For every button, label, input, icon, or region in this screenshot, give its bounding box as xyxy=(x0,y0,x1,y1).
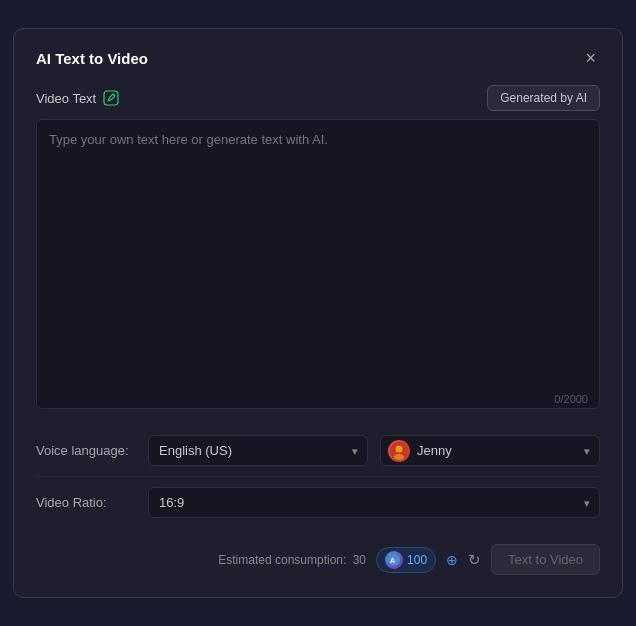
title-bar-left: AI Text to Video xyxy=(36,50,148,67)
video-ratio-select[interactable]: 16:9 9:16 1:1 4:3 xyxy=(148,487,600,518)
voice-name-select[interactable]: Jenny Aria Guy Emma xyxy=(380,435,600,466)
video-ratio-select-wrapper: 16:9 9:16 1:1 4:3 ▾ xyxy=(148,487,600,518)
svg-rect-0 xyxy=(104,91,118,105)
ai-credits-value: 100 xyxy=(407,553,427,567)
video-ratio-row: Video Ratio: 16:9 9:16 1:1 4:3 ▾ xyxy=(36,477,600,528)
video-text-header: Video Text Generated by AI xyxy=(36,85,600,111)
close-button[interactable]: × xyxy=(581,47,600,69)
title-bar: AI Text to Video × xyxy=(36,47,600,69)
settings-section: Voice language: English (US) English (UK… xyxy=(36,425,600,528)
add-credits-icon[interactable]: ⊕ xyxy=(446,552,458,568)
char-count: 0/2000 xyxy=(554,393,588,405)
voice-name-wrapper: Jenny Aria Guy Emma ▾ xyxy=(380,435,600,466)
dialog-title: AI Text to Video xyxy=(36,50,148,67)
ai-text-to-video-dialog: AI Text to Video × Video Text Generated … xyxy=(13,28,623,598)
voice-language-select[interactable]: English (US) English (UK) Spanish French… xyxy=(148,435,368,466)
voice-language-row: Voice language: English (US) English (UK… xyxy=(36,425,600,477)
section-header-left: Video Text xyxy=(36,90,119,106)
footer: Estimated consumption: 30 A 100 ⊕ xyxy=(36,544,600,575)
video-ratio-label: Video Ratio: xyxy=(36,495,136,510)
video-text-input[interactable] xyxy=(36,119,600,409)
ai-icon: A xyxy=(385,551,403,569)
voice-language-select-wrapper: English (US) English (UK) Spanish French… xyxy=(148,435,368,466)
video-text-label: Video Text xyxy=(36,91,96,106)
text-to-video-button[interactable]: Text to Video xyxy=(491,544,600,575)
svg-text:A: A xyxy=(390,557,395,564)
generated-by-ai-button[interactable]: Generated by AI xyxy=(487,85,600,111)
refresh-icon[interactable]: ↻ xyxy=(468,551,481,569)
ai-credits-badge: A 100 xyxy=(376,547,436,573)
edit-icon[interactable] xyxy=(103,90,119,106)
textarea-wrapper: 0/2000 xyxy=(36,119,600,413)
voice-language-label: Voice language: xyxy=(36,443,136,458)
estimated-consumption-label: Estimated consumption: 30 xyxy=(218,553,366,567)
